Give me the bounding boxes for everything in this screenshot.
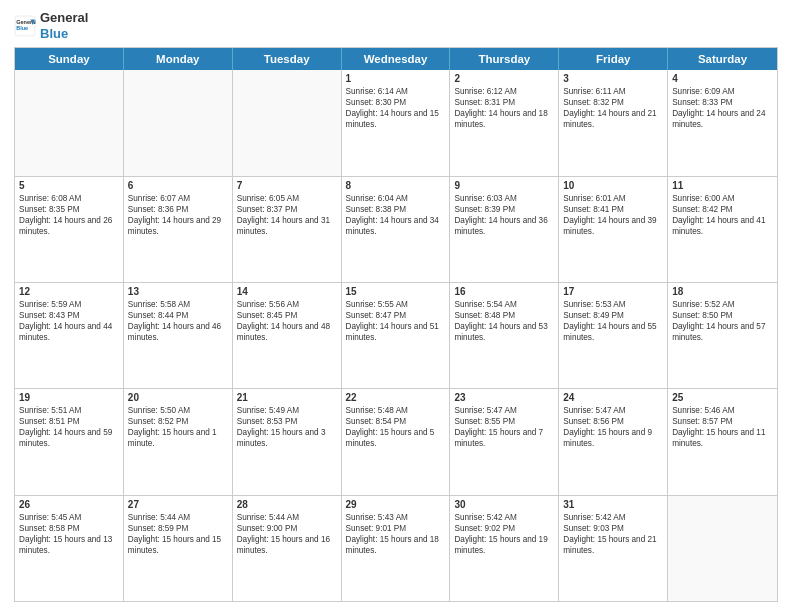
cal-day-21: 21Sunrise: 5:49 AM Sunset: 8:53 PM Dayli… — [233, 389, 342, 494]
day-info: Sunrise: 6:12 AM Sunset: 8:31 PM Dayligh… — [454, 86, 554, 130]
day-number: 21 — [237, 392, 337, 403]
day-number: 22 — [346, 392, 446, 403]
day-info: Sunrise: 5:42 AM Sunset: 9:02 PM Dayligh… — [454, 512, 554, 556]
cal-day-8: 8Sunrise: 6:04 AM Sunset: 8:38 PM Daylig… — [342, 177, 451, 282]
day-info: Sunrise: 6:08 AM Sunset: 8:35 PM Dayligh… — [19, 193, 119, 237]
day-info: Sunrise: 5:52 AM Sunset: 8:50 PM Dayligh… — [672, 299, 773, 343]
cal-day-4: 4Sunrise: 6:09 AM Sunset: 8:33 PM Daylig… — [668, 70, 777, 175]
cal-day-29: 29Sunrise: 5:43 AM Sunset: 9:01 PM Dayli… — [342, 496, 451, 601]
day-number: 25 — [672, 392, 773, 403]
day-number: 2 — [454, 73, 554, 84]
cal-day-14: 14Sunrise: 5:56 AM Sunset: 8:45 PM Dayli… — [233, 283, 342, 388]
day-info: Sunrise: 6:05 AM Sunset: 8:37 PM Dayligh… — [237, 193, 337, 237]
day-number: 23 — [454, 392, 554, 403]
calendar-body: 1Sunrise: 6:14 AM Sunset: 8:30 PM Daylig… — [15, 70, 777, 601]
day-number: 26 — [19, 499, 119, 510]
cal-day-7: 7Sunrise: 6:05 AM Sunset: 8:37 PM Daylig… — [233, 177, 342, 282]
day-info: Sunrise: 5:42 AM Sunset: 9:03 PM Dayligh… — [563, 512, 663, 556]
day-info: Sunrise: 5:54 AM Sunset: 8:48 PM Dayligh… — [454, 299, 554, 343]
day-number: 16 — [454, 286, 554, 297]
cal-day-30: 30Sunrise: 5:42 AM Sunset: 9:02 PM Dayli… — [450, 496, 559, 601]
day-number: 29 — [346, 499, 446, 510]
cal-empty — [233, 70, 342, 175]
header-thursday: Thursday — [450, 48, 559, 70]
day-number: 31 — [563, 499, 663, 510]
cal-day-1: 1Sunrise: 6:14 AM Sunset: 8:30 PM Daylig… — [342, 70, 451, 175]
calendar-header: Sunday Monday Tuesday Wednesday Thursday… — [15, 48, 777, 70]
day-number: 8 — [346, 180, 446, 191]
logo: General Blue General Blue — [14, 10, 88, 41]
cal-day-5: 5Sunrise: 6:08 AM Sunset: 8:35 PM Daylig… — [15, 177, 124, 282]
day-info: Sunrise: 6:07 AM Sunset: 8:36 PM Dayligh… — [128, 193, 228, 237]
day-info: Sunrise: 5:46 AM Sunset: 8:57 PM Dayligh… — [672, 405, 773, 449]
day-number: 28 — [237, 499, 337, 510]
day-info: Sunrise: 5:44 AM Sunset: 9:00 PM Dayligh… — [237, 512, 337, 556]
day-number: 30 — [454, 499, 554, 510]
day-number: 27 — [128, 499, 228, 510]
day-number: 19 — [19, 392, 119, 403]
cal-day-15: 15Sunrise: 5:55 AM Sunset: 8:47 PM Dayli… — [342, 283, 451, 388]
page: General Blue General Blue Sunday Monday … — [0, 0, 792, 612]
day-info: Sunrise: 6:01 AM Sunset: 8:41 PM Dayligh… — [563, 193, 663, 237]
day-info: Sunrise: 6:00 AM Sunset: 8:42 PM Dayligh… — [672, 193, 773, 237]
day-number: 14 — [237, 286, 337, 297]
cal-day-27: 27Sunrise: 5:44 AM Sunset: 8:59 PM Dayli… — [124, 496, 233, 601]
day-info: Sunrise: 5:49 AM Sunset: 8:53 PM Dayligh… — [237, 405, 337, 449]
cal-day-28: 28Sunrise: 5:44 AM Sunset: 9:00 PM Dayli… — [233, 496, 342, 601]
calendar: Sunday Monday Tuesday Wednesday Thursday… — [14, 47, 778, 602]
calendar-week-4: 19Sunrise: 5:51 AM Sunset: 8:51 PM Dayli… — [15, 389, 777, 495]
cal-day-17: 17Sunrise: 5:53 AM Sunset: 8:49 PM Dayli… — [559, 283, 668, 388]
day-info: Sunrise: 6:11 AM Sunset: 8:32 PM Dayligh… — [563, 86, 663, 130]
cal-day-6: 6Sunrise: 6:07 AM Sunset: 8:36 PM Daylig… — [124, 177, 233, 282]
cal-day-19: 19Sunrise: 5:51 AM Sunset: 8:51 PM Dayli… — [15, 389, 124, 494]
day-info: Sunrise: 5:58 AM Sunset: 8:44 PM Dayligh… — [128, 299, 228, 343]
day-number: 6 — [128, 180, 228, 191]
cal-day-26: 26Sunrise: 5:45 AM Sunset: 8:58 PM Dayli… — [15, 496, 124, 601]
header-tuesday: Tuesday — [233, 48, 342, 70]
calendar-week-3: 12Sunrise: 5:59 AM Sunset: 8:43 PM Dayli… — [15, 283, 777, 389]
header-friday: Friday — [559, 48, 668, 70]
cal-day-31: 31Sunrise: 5:42 AM Sunset: 9:03 PM Dayli… — [559, 496, 668, 601]
day-info: Sunrise: 5:59 AM Sunset: 8:43 PM Dayligh… — [19, 299, 119, 343]
day-info: Sunrise: 5:50 AM Sunset: 8:52 PM Dayligh… — [128, 405, 228, 449]
cal-empty — [124, 70, 233, 175]
day-info: Sunrise: 5:47 AM Sunset: 8:55 PM Dayligh… — [454, 405, 554, 449]
cal-day-2: 2Sunrise: 6:12 AM Sunset: 8:31 PM Daylig… — [450, 70, 559, 175]
cal-day-20: 20Sunrise: 5:50 AM Sunset: 8:52 PM Dayli… — [124, 389, 233, 494]
svg-text:Blue: Blue — [16, 24, 28, 30]
header: General Blue General Blue — [14, 10, 778, 41]
day-info: Sunrise: 6:03 AM Sunset: 8:39 PM Dayligh… — [454, 193, 554, 237]
cal-day-22: 22Sunrise: 5:48 AM Sunset: 8:54 PM Dayli… — [342, 389, 451, 494]
day-info: Sunrise: 5:43 AM Sunset: 9:01 PM Dayligh… — [346, 512, 446, 556]
cal-day-13: 13Sunrise: 5:58 AM Sunset: 8:44 PM Dayli… — [124, 283, 233, 388]
day-info: Sunrise: 5:55 AM Sunset: 8:47 PM Dayligh… — [346, 299, 446, 343]
day-info: Sunrise: 6:14 AM Sunset: 8:30 PM Dayligh… — [346, 86, 446, 130]
day-number: 7 — [237, 180, 337, 191]
cal-day-10: 10Sunrise: 6:01 AM Sunset: 8:41 PM Dayli… — [559, 177, 668, 282]
calendar-week-1: 1Sunrise: 6:14 AM Sunset: 8:30 PM Daylig… — [15, 70, 777, 176]
day-info: Sunrise: 6:09 AM Sunset: 8:33 PM Dayligh… — [672, 86, 773, 130]
calendar-week-5: 26Sunrise: 5:45 AM Sunset: 8:58 PM Dayli… — [15, 496, 777, 601]
logo-text-block: General Blue — [40, 10, 88, 41]
header-sunday: Sunday — [15, 48, 124, 70]
day-info: Sunrise: 5:53 AM Sunset: 8:49 PM Dayligh… — [563, 299, 663, 343]
day-info: Sunrise: 5:44 AM Sunset: 8:59 PM Dayligh… — [128, 512, 228, 556]
cal-day-16: 16Sunrise: 5:54 AM Sunset: 8:48 PM Dayli… — [450, 283, 559, 388]
day-number: 4 — [672, 73, 773, 84]
day-number: 3 — [563, 73, 663, 84]
day-number: 1 — [346, 73, 446, 84]
day-info: Sunrise: 5:51 AM Sunset: 8:51 PM Dayligh… — [19, 405, 119, 449]
cal-day-9: 9Sunrise: 6:03 AM Sunset: 8:39 PM Daylig… — [450, 177, 559, 282]
day-number: 24 — [563, 392, 663, 403]
day-info: Sunrise: 6:04 AM Sunset: 8:38 PM Dayligh… — [346, 193, 446, 237]
day-number: 15 — [346, 286, 446, 297]
day-number: 5 — [19, 180, 119, 191]
day-number: 10 — [563, 180, 663, 191]
cal-day-18: 18Sunrise: 5:52 AM Sunset: 8:50 PM Dayli… — [668, 283, 777, 388]
cal-day-24: 24Sunrise: 5:47 AM Sunset: 8:56 PM Dayli… — [559, 389, 668, 494]
day-number: 13 — [128, 286, 228, 297]
cal-empty — [15, 70, 124, 175]
header-saturday: Saturday — [668, 48, 777, 70]
cal-day-25: 25Sunrise: 5:46 AM Sunset: 8:57 PM Dayli… — [668, 389, 777, 494]
day-number: 11 — [672, 180, 773, 191]
